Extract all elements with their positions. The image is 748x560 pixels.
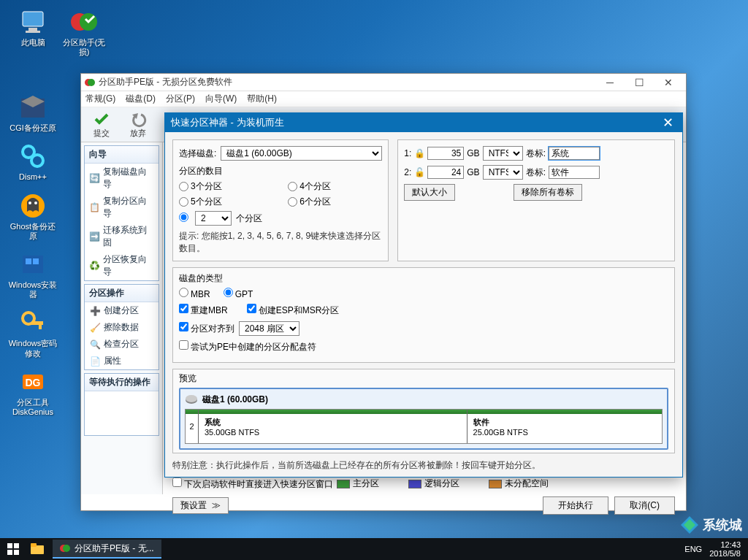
discard-button[interactable]: 放弃 — [123, 110, 153, 139]
tray-lang[interactable]: ENG — [684, 545, 702, 553]
align-select[interactable]: 2048 扇区 — [239, 321, 299, 336]
desktop-icon-pa[interactable]: 分区助手(无损) — [58, 7, 110, 57]
key-icon — [18, 308, 47, 337]
menu-wizard[interactable]: 向导(W) — [205, 93, 237, 105]
sidebar-header-wizard: 向导 — [85, 146, 159, 164]
svg-rect-0 — [23, 12, 43, 26]
taskbar-explorer-icon[interactable] — [26, 538, 48, 560]
menu-general[interactable]: 常规(G) — [85, 93, 115, 105]
menu-disk[interactable]: 磁盘(D) — [126, 93, 156, 105]
dialog-titlebar[interactable]: 快速分区神器 - 为装机而生 ✕ — [165, 113, 682, 132]
desktop-icon-pwd[interactable]: Windows密码修改 — [7, 308, 58, 358]
create-icon: ➕ — [89, 305, 101, 317]
wizard-icon: ♻️ — [89, 260, 100, 272]
desktop-icon-pc[interactable]: 此电脑 — [7, 7, 58, 47]
sidebar-item-props[interactable]: 📄属性 — [85, 353, 159, 369]
check-create-esp[interactable]: 创建ESP和MSR分区 — [247, 304, 340, 317]
radio-6[interactable]: 6个分区 — [288, 196, 382, 208]
preset-button[interactable]: 预设置 ≫ — [172, 497, 229, 514]
gear-icon — [18, 142, 47, 171]
radio-custom[interactable] — [179, 212, 191, 224]
minimize-button[interactable]: ─ — [595, 74, 625, 91]
app-icon — [84, 77, 96, 88]
volume-input-2[interactable] — [549, 166, 600, 179]
wipe-icon: 🧹 — [89, 322, 101, 334]
sidebar: 向导 🔄复制磁盘向导 📋复制分区向导 ➡️迁移系统到固 ♻️分区恢复向导 分区操… — [81, 142, 163, 494]
wizard-icon: 📋 — [89, 202, 100, 213]
props-icon: 📄 — [89, 356, 101, 367]
svg-point-10 — [28, 202, 31, 204]
dialog-buttons: 预设置 ≫ 开始执行 取消(C) — [172, 496, 675, 515]
remove-labels-button[interactable]: 移除所有卷标 — [514, 184, 582, 201]
sidebar-item-recover[interactable]: ♻️分区恢复向导 — [85, 251, 159, 280]
radio-gpt[interactable]: GPT — [224, 288, 253, 299]
preview-part-1[interactable]: 系统 35.00GB NTFS — [199, 410, 468, 443]
partition-row-2: 2: 🔓 GB NTFS 卷标: — [404, 165, 668, 180]
fs-select-2[interactable]: NTFS — [483, 165, 523, 180]
sidebar-item-create[interactable]: ➕创建分区 — [85, 302, 159, 319]
app-title: 分区助手PE版 - 无损分区免费软件 — [99, 76, 595, 88]
cancel-button[interactable]: 取消(C) — [614, 496, 675, 515]
sidebar-item-wipe[interactable]: 🧹擦除数据 — [85, 319, 159, 336]
preview-box: 磁盘1 (60.00GB) 2 系统 35.00GB NTFS 软件 25.00… — [179, 388, 668, 450]
default-size-button[interactable]: 默认大小 — [404, 184, 455, 201]
taskbar: 分区助手PE版 - 无... ENG 12:43 2018/5/8 — [0, 538, 748, 560]
maximize-button[interactable]: ☐ — [625, 74, 654, 91]
tray-time[interactable]: 12:43 — [709, 540, 741, 549]
radio-5[interactable]: 5个分区 — [179, 196, 273, 208]
check-rebuild-mbr[interactable]: 重建MBR — [179, 304, 228, 317]
check-align[interactable]: 分区对齐到 — [179, 322, 234, 335]
preview-part-2[interactable]: 软件 25.00GB NTFS — [468, 410, 662, 443]
left-panel: 选择磁盘: 磁盘1 (60.00GB) 分区的数目 3个分区 4个分区 5个分区… — [172, 139, 389, 261]
menu-help[interactable]: 帮助(H) — [247, 93, 277, 105]
svg-rect-14 — [33, 258, 39, 264]
lock-icon[interactable]: 🔓 — [414, 167, 424, 177]
right-panel: 1: 🔒 GB NTFS 卷标: 2: 🔓 GB NTFS 卷标: — [397, 139, 675, 261]
custom-count-select[interactable]: 2 — [195, 211, 232, 226]
app-menubar: 常规(G) 磁盘(D) 分区(P) 向导(W) 帮助(H) — [81, 91, 686, 107]
disk-icon — [185, 395, 198, 405]
sidebar-item-copy-part[interactable]: 📋复制分区向导 — [85, 193, 159, 222]
taskbar-task[interactable]: 分区助手PE版 - 无... — [53, 540, 161, 559]
check-icon: 🔍 — [89, 339, 101, 350]
dialog-close-button[interactable]: ✕ — [659, 115, 676, 130]
svg-rect-29 — [7, 550, 12, 555]
disk-select[interactable]: 磁盘1 (60.00GB) — [221, 146, 382, 161]
sidebar-item-migrate[interactable]: ➡️迁移系统到固 — [85, 222, 159, 251]
commit-button[interactable]: 提交 — [87, 110, 116, 139]
desktop-icons: 此电脑 分区助手(无损) CGI备份还原 Dism++ Ghost备份还原 Wi… — [7, 7, 58, 417]
sidebar-item-copy-disk[interactable]: 🔄复制磁盘向导 — [85, 164, 159, 193]
desktop-icon-wininst[interactable]: Windows安装器 — [7, 250, 58, 299]
check-try-pe[interactable]: 尝试为PE中创建的分区分配盘符 — [179, 340, 316, 353]
svg-point-34 — [63, 545, 70, 552]
volume-input-1[interactable] — [549, 147, 600, 160]
svg-point-21 — [88, 79, 95, 86]
desktop-icon-ghost[interactable]: Ghost备份还原 — [7, 191, 58, 241]
app-titlebar[interactable]: 分区助手PE版 - 无损分区免费软件 ─ ☐ ✕ — [81, 74, 686, 91]
size-input-1[interactable] — [427, 147, 464, 160]
radio-4[interactable]: 4个分区 — [288, 180, 382, 193]
desktop-icon-dg[interactable]: DG 分区工具DiskGenius — [7, 367, 58, 417]
check-next-time[interactable]: 下次启动软件时直接进入快速分区窗口 — [172, 477, 675, 491]
svg-rect-13 — [26, 258, 31, 264]
undo-icon — [129, 110, 147, 128]
start-button[interactable]: 开始执行 — [543, 496, 608, 515]
pc-icon — [18, 7, 47, 37]
start-button[interactable] — [0, 538, 26, 560]
size-input-2[interactable] — [427, 166, 464, 179]
fs-select-1[interactable]: NTFS — [483, 146, 523, 161]
close-button[interactable]: ✕ — [654, 74, 683, 91]
lock-icon[interactable]: 🔒 — [414, 148, 424, 158]
desktop-icon-cgi[interactable]: CGI备份还原 — [7, 93, 58, 133]
partition-row-1: 1: 🔒 GB NTFS 卷标: — [404, 146, 668, 161]
desktop-icon-dism[interactable]: Dism++ — [7, 142, 58, 182]
wininst-icon — [18, 250, 47, 279]
quick-partition-dialog: 快速分区神器 - 为装机而生 ✕ 选择磁盘: 磁盘1 (60.00GB) 分区的… — [164, 112, 683, 477]
radio-3[interactable]: 3个分区 — [179, 180, 273, 193]
task-icon — [60, 543, 70, 553]
sidebar-item-check[interactable]: 🔍检查分区 — [85, 336, 159, 353]
menu-partition[interactable]: 分区(P) — [166, 93, 195, 105]
radio-mbr[interactable]: MBR — [179, 288, 210, 299]
dg-icon: DG — [18, 367, 47, 396]
tray-date[interactable]: 2018/5/8 — [709, 549, 741, 558]
